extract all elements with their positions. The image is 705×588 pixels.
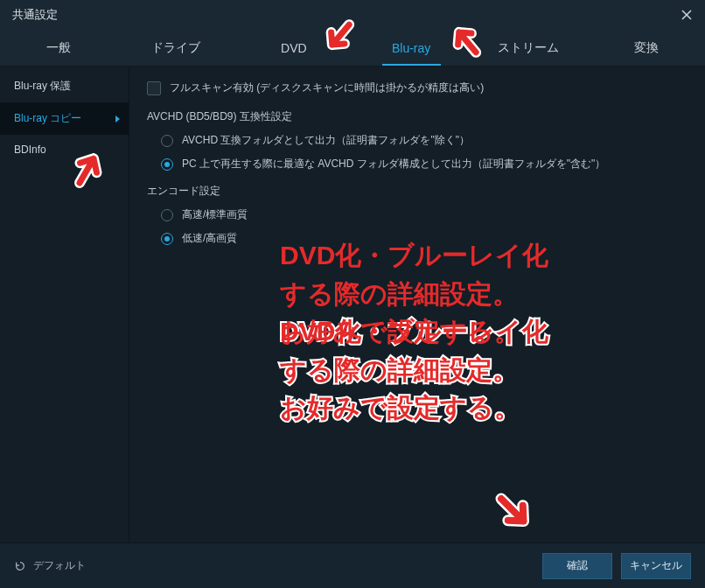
tab-general[interactable]: 一般 bbox=[0, 30, 117, 66]
sidebar-item-label: BDInfo bbox=[14, 144, 46, 156]
tab-label: 一般 bbox=[46, 40, 71, 56]
fullscan-row[interactable]: フルスキャン有効 (ディスクスキャンに時間は掛かるが精度は高い) bbox=[147, 80, 688, 95]
avchd-radio-group: AVCHD 互換フォルダとして出力（証明書フォルダを"除く"） PC 上で再生す… bbox=[161, 133, 688, 172]
sidebar-item-label: Blu-ray コピー bbox=[14, 111, 81, 126]
reset-icon bbox=[14, 560, 26, 572]
radio-label: 高速/標準画質 bbox=[182, 207, 248, 222]
radio-icon bbox=[161, 158, 173, 171]
fullscan-checkbox[interactable] bbox=[147, 81, 161, 95]
avchd-section-title: AVCHD (BD5/BD9) 互換性設定 bbox=[147, 109, 688, 124]
tab-drive[interactable]: ドライブ bbox=[117, 30, 234, 66]
radio-label: 低速/高画質 bbox=[182, 231, 237, 246]
main-area: Blu-ray 保護 Blu-ray コピー BDInfo フルスキャン有効 (… bbox=[0, 66, 705, 542]
tab-label: 変換 bbox=[634, 40, 659, 56]
chevron-right-icon bbox=[115, 116, 120, 122]
avchd-option-exclude[interactable]: AVCHD 互換フォルダとして出力（証明書フォルダを"除く"） bbox=[161, 133, 688, 148]
ok-button[interactable]: 確認 bbox=[542, 553, 612, 579]
window-title: 共通設定 bbox=[12, 7, 58, 23]
default-button[interactable]: デフォルト bbox=[14, 558, 86, 573]
encode-radio-group: 高速/標準画質 低速/高画質 bbox=[161, 207, 688, 246]
encode-option-slow[interactable]: 低速/高画質 bbox=[161, 231, 688, 246]
tab-label: ドライブ bbox=[151, 40, 200, 56]
tab-convert[interactable]: 変換 bbox=[588, 30, 705, 66]
close-button[interactable] bbox=[677, 5, 696, 24]
encode-option-fast[interactable]: 高速/標準画質 bbox=[161, 207, 688, 222]
sidebar-item-protection[interactable]: Blu-ray 保護 bbox=[0, 70, 129, 102]
sidebar-item-copy[interactable]: Blu-ray コピー bbox=[0, 102, 129, 135]
sidebar-item-label: Blu-ray 保護 bbox=[14, 79, 71, 94]
footer: デフォルト 確認 キャンセル bbox=[0, 542, 705, 588]
radio-icon bbox=[161, 233, 173, 245]
content-panel: フルスキャン有効 (ディスクスキャンに時間は掛かるが精度は高い) AVCHD (… bbox=[129, 66, 705, 542]
tab-label: ストリーム bbox=[498, 40, 559, 56]
radio-icon bbox=[161, 209, 173, 221]
fullscan-label: フルスキャン有効 (ディスクスキャンに時間は掛かるが精度は高い) bbox=[170, 80, 484, 95]
top-tabs: 一般 ドライブ DVD Blu-ray ストリーム 変換 bbox=[0, 30, 705, 66]
encode-section-title: エンコード設定 bbox=[147, 184, 688, 199]
tab-label: Blu-ray bbox=[392, 41, 430, 55]
cancel-button[interactable]: キャンセル bbox=[621, 553, 691, 579]
cancel-label: キャンセル bbox=[630, 558, 682, 573]
ok-label: 確認 bbox=[567, 558, 588, 573]
radio-label: PC 上で再生する際に最適な AVCHD フォルダ構成として出力（証明書フォルダ… bbox=[182, 157, 605, 172]
sidebar-item-bdinfo[interactable]: BDInfo bbox=[0, 135, 129, 164]
default-label: デフォルト bbox=[33, 558, 86, 573]
tab-label: DVD bbox=[281, 41, 307, 55]
radio-label: AVCHD 互換フォルダとして出力（証明書フォルダを"除く"） bbox=[182, 133, 470, 148]
tab-dvd[interactable]: DVD bbox=[235, 30, 352, 66]
titlebar: 共通設定 bbox=[0, 0, 705, 30]
close-icon bbox=[681, 10, 692, 20]
avchd-option-include[interactable]: PC 上で再生する際に最適な AVCHD フォルダ構成として出力（証明書フォルダ… bbox=[161, 157, 688, 172]
tab-stream[interactable]: ストリーム bbox=[470, 30, 587, 66]
radio-icon bbox=[161, 135, 173, 147]
tab-bluray[interactable]: Blu-ray bbox=[352, 30, 470, 66]
sidebar: Blu-ray 保護 Blu-ray コピー BDInfo bbox=[0, 66, 129, 542]
